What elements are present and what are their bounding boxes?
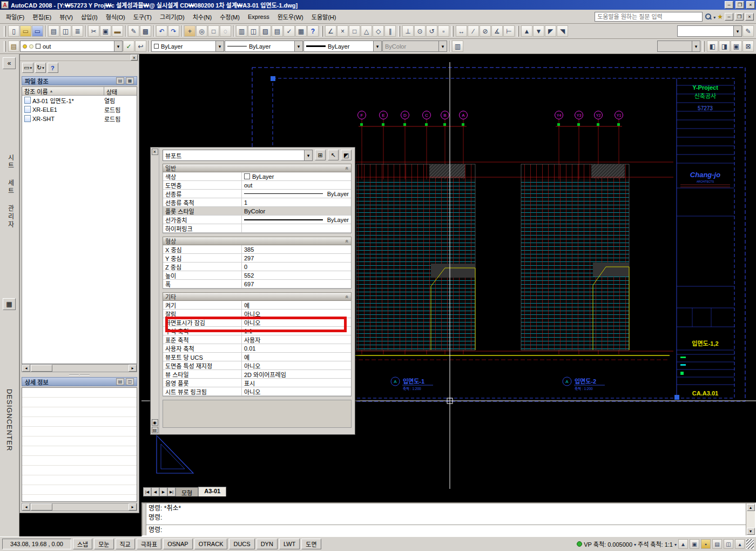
save-icon[interactable] bbox=[32, 25, 43, 37]
toggle-paper-model[interactable]: 도면 bbox=[301, 539, 321, 549]
scroll-down-icon[interactable] bbox=[747, 528, 755, 535]
palette-close-icon[interactable] bbox=[131, 55, 138, 61]
menu-insert[interactable]: 삽입(I) bbox=[77, 11, 102, 23]
toolbar-grip[interactable] bbox=[4, 26, 6, 37]
toggle-otrack[interactable]: OTRACK bbox=[194, 539, 228, 549]
tab-model[interactable]: 모형 bbox=[176, 487, 198, 496]
draworder-send-back-icon[interactable] bbox=[533, 25, 544, 37]
prop-row[interactable]: 표준 축척사용자 bbox=[163, 335, 351, 344]
menu-modify[interactable]: 수정(M) bbox=[216, 11, 244, 23]
toolbar-grip[interactable] bbox=[4, 41, 6, 52]
menu-file[interactable]: 파일(F) bbox=[2, 11, 28, 23]
toolbar-grip[interactable] bbox=[398, 26, 400, 37]
dim-continue-icon[interactable] bbox=[503, 25, 515, 37]
scroll-left-icon[interactable] bbox=[22, 365, 30, 372]
scroll-right-icon[interactable] bbox=[129, 365, 137, 372]
prev-tab-icon[interactable] bbox=[151, 487, 159, 496]
xref-help-button[interactable]: ? bbox=[48, 63, 58, 73]
collapse-chevron-icon[interactable]: « bbox=[345, 166, 350, 170]
dim-linear-icon[interactable] bbox=[456, 25, 467, 37]
annotation-visibility-icon[interactable] bbox=[678, 539, 688, 549]
osnap-from-icon[interactable] bbox=[337, 25, 348, 37]
block-editor-icon[interactable] bbox=[140, 25, 151, 37]
menu-dimension[interactable]: 치수(N) bbox=[189, 11, 216, 23]
details-preview-icon[interactable]: ◫ bbox=[126, 378, 134, 385]
horizontal-scrollbar[interactable] bbox=[22, 364, 137, 372]
search-icon[interactable] bbox=[704, 13, 712, 21]
doc-restore-button[interactable] bbox=[735, 13, 744, 21]
doc-minimize-button[interactable] bbox=[725, 13, 733, 21]
sheet-set-manager-icon[interactable] bbox=[272, 25, 283, 37]
ucs-icon[interactable] bbox=[402, 25, 414, 37]
osnap-extension-icon[interactable] bbox=[384, 25, 396, 37]
designcenter-dock-label[interactable]: DESIGNCENTER bbox=[5, 389, 14, 451]
linetype-select[interactable]: ByLayer bbox=[225, 41, 303, 52]
make-object-layer-current-icon[interactable] bbox=[123, 41, 134, 52]
chevron-down-icon[interactable] bbox=[733, 26, 741, 36]
ucs-previous-icon[interactable] bbox=[426, 25, 437, 37]
pan-icon[interactable] bbox=[184, 25, 195, 37]
publish-icon[interactable] bbox=[72, 25, 83, 37]
favorites-star-icon[interactable]: ★ bbox=[717, 13, 723, 21]
redo-icon[interactable] bbox=[168, 25, 179, 37]
toolbar-grip[interactable] bbox=[703, 41, 705, 52]
xref-row[interactable]: XR-SHT 로드됨 bbox=[22, 114, 137, 123]
list-view-icon[interactable]: ▤ bbox=[116, 77, 124, 84]
tree-view-icon[interactable]: ▦ bbox=[126, 77, 134, 84]
toggle-osnap[interactable]: OSNAP bbox=[163, 539, 193, 549]
open-icon[interactable] bbox=[20, 25, 31, 37]
xref-row[interactable]: XR-ELE1 로드됨 bbox=[22, 105, 137, 114]
prop-row[interactable]: 색상ByLayer bbox=[163, 172, 351, 181]
named-viewports-icon[interactable] bbox=[731, 41, 742, 52]
menu-window[interactable]: 윈도우(W) bbox=[274, 11, 307, 23]
prop-row[interactable]: 주석 축척1:1 bbox=[163, 327, 351, 335]
prop-row[interactable]: Z 중심0 bbox=[163, 263, 351, 271]
xref-row[interactable]: A3-01 입면도-1* 열림 bbox=[22, 96, 137, 105]
menu-tools[interactable]: 도구(T) bbox=[130, 11, 156, 23]
prop-row[interactable]: 켜기예 bbox=[163, 301, 351, 310]
last-tab-icon[interactable] bbox=[167, 487, 176, 496]
prop-row[interactable]: Y 중심297 bbox=[163, 254, 351, 263]
menu-help[interactable]: 도움말(H) bbox=[308, 11, 340, 23]
chevron-down-icon[interactable] bbox=[304, 150, 312, 160]
minimize-viewport-icon[interactable] bbox=[719, 41, 730, 52]
prop-row-display-locked[interactable]: 화면표시가 잠김아니오 bbox=[163, 318, 351, 327]
annotation-scale-readout[interactable]: 주석 축척: 1:1 bbox=[638, 540, 673, 548]
refresh-button[interactable]: ↻ bbox=[35, 63, 46, 73]
toggle-ducs[interactable]: DUCS bbox=[229, 539, 254, 549]
plot-tray-icon[interactable] bbox=[712, 539, 722, 549]
section-geometry-header[interactable]: 형상« bbox=[163, 237, 352, 245]
toggle-ortho[interactable]: 직교 bbox=[116, 539, 135, 549]
first-tab-icon[interactable] bbox=[143, 487, 151, 496]
clean-screen-button[interactable] bbox=[746, 539, 754, 549]
plot-icon[interactable] bbox=[48, 25, 59, 37]
chevron-down-icon[interactable] bbox=[114, 41, 122, 51]
dim-radius-icon[interactable] bbox=[480, 25, 491, 37]
prop-row[interactable]: 선종류ByLayer bbox=[163, 190, 351, 198]
search-chevron-icon[interactable] bbox=[713, 14, 716, 20]
dim-aligned-icon[interactable] bbox=[468, 25, 479, 37]
toolbar-lock-icon[interactable] bbox=[701, 539, 711, 549]
prop-row[interactable]: 도면층 특성 재지정아니오 bbox=[163, 361, 351, 370]
osnap-endpoint-icon[interactable] bbox=[349, 25, 360, 37]
command-window-grip[interactable] bbox=[143, 503, 146, 535]
quickcalc-icon[interactable] bbox=[295, 25, 307, 37]
minimize-button[interactable] bbox=[725, 1, 733, 9]
toolbar-grip[interactable] bbox=[451, 26, 454, 37]
prop-row[interactable]: 음영 플롯표시 bbox=[163, 379, 351, 387]
prop-row[interactable]: 선가중치ByLayer bbox=[163, 216, 351, 224]
maximize-viewport-icon[interactable] bbox=[707, 41, 718, 52]
section-misc-header[interactable]: 기타« bbox=[163, 292, 352, 301]
toolbar-grip[interactable] bbox=[517, 26, 519, 37]
layer-select[interactable]: out bbox=[20, 41, 123, 52]
toggle-pickadd-button[interactable]: ⊞ bbox=[315, 150, 326, 160]
toggle-polar[interactable]: 극좌표 bbox=[137, 539, 161, 549]
lineweight-select[interactable]: ByLayer bbox=[303, 41, 382, 52]
prop-row[interactable]: 도면층out bbox=[163, 181, 351, 190]
xref-tray-icon[interactable] bbox=[724, 539, 733, 549]
prop-row[interactable]: 폭697 bbox=[163, 280, 351, 288]
section-general-header[interactable]: 일반« bbox=[163, 164, 352, 172]
lock-viewport-icon[interactable] bbox=[742, 41, 754, 52]
zoom-previous-icon[interactable] bbox=[220, 25, 231, 37]
scrollbar-thumb[interactable] bbox=[31, 503, 52, 510]
